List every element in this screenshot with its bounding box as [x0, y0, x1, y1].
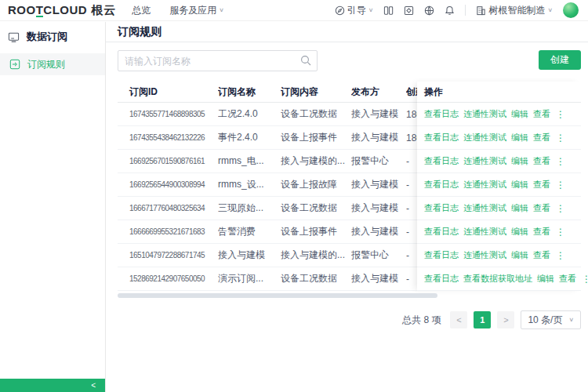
create-button[interactable]: 创建 — [539, 50, 581, 70]
language-button[interactable] — [424, 5, 434, 16]
cell-content: 接入与建模的... — [281, 249, 351, 262]
cell-id: 1674355438462132226 — [118, 133, 218, 142]
cell-publisher: 报警中心 — [351, 154, 406, 168]
ops-row: 查看日志连通性测试编辑查看⋮ — [417, 103, 581, 126]
more-actions-icon[interactable]: ⋮ — [556, 203, 565, 214]
sidebar-group-label: 数据订阅 — [27, 30, 67, 44]
cell-id: 1666717760480325634 — [118, 204, 218, 212]
op-link[interactable]: 编辑 — [511, 226, 528, 238]
title-bar: 订阅规则 — [106, 22, 588, 42]
main-area: 订阅规则 创建 订阅ID 订阅名称 订阅内容 发布方 创建时间 16743557… — [106, 22, 588, 392]
cell-name: 三现原始... — [218, 201, 281, 215]
cell-publisher: 接入与建模 — [351, 272, 406, 285]
more-actions-icon[interactable]: ⋮ — [556, 250, 565, 261]
op-link[interactable]: 查看 — [533, 155, 550, 167]
pagination-page-1[interactable]: 1 — [474, 311, 491, 328]
op-link[interactable]: 查看日志 — [424, 273, 459, 285]
cell-publisher: 接入与建模 — [351, 201, 406, 215]
more-actions-icon[interactable]: ⋮ — [556, 227, 565, 238]
op-link[interactable]: 查看日志 — [424, 202, 459, 214]
cell-content: 设备工况数据 — [281, 107, 351, 121]
op-link[interactable]: 查看 — [559, 273, 576, 285]
op-link[interactable]: 连通性测试 — [463, 202, 506, 214]
top-bar-right: 引导∨ 树根智能制造∨ — [335, 2, 579, 18]
op-link[interactable]: 编辑 — [511, 179, 528, 191]
op-link[interactable]: 查看日志 — [424, 132, 459, 143]
pagination-prev-button[interactable]: < — [450, 311, 467, 328]
op-link[interactable]: 连通性测试 — [463, 249, 506, 261]
more-actions-icon[interactable]: ⋮ — [556, 156, 565, 167]
op-link[interactable]: 查看 — [533, 179, 550, 191]
horizontal-scrollbar — [118, 293, 581, 298]
op-link[interactable]: 编辑 — [511, 108, 528, 120]
nav-overview[interactable]: 总览 — [132, 4, 151, 17]
sidebar-item-subscription-rules[interactable]: 订阅规则 — [0, 53, 105, 75]
more-actions-icon[interactable]: ⋮ — [556, 180, 565, 191]
globe-icon — [424, 5, 434, 16]
op-link[interactable]: 查看日志 — [424, 155, 459, 167]
search-icon[interactable] — [300, 55, 311, 66]
toolbar: 创建 — [118, 50, 581, 72]
cell-publisher: 接入与建模 — [351, 107, 406, 121]
content: 创建 订阅ID 订阅名称 订阅内容 发布方 创建时间 1674355771468… — [106, 42, 588, 329]
cell-name: 接入与建模 — [218, 249, 281, 262]
op-link[interactable]: 查看 — [533, 108, 550, 120]
tenant-switcher[interactable]: 树根智能制造∨ — [476, 4, 553, 17]
op-link[interactable]: 连通性测试 — [463, 155, 506, 167]
sidebar-collapse-button[interactable]: < — [0, 379, 105, 392]
sidebar-item-label: 订阅规则 — [27, 58, 65, 71]
user-avatar[interactable] — [563, 2, 579, 18]
op-link[interactable]: 查看 — [533, 226, 550, 238]
op-link[interactable]: 查看 — [533, 132, 550, 143]
search-box — [118, 50, 318, 71]
op-link[interactable]: 查看 — [533, 249, 550, 261]
col-operations: 操作 — [417, 82, 581, 103]
ops-row: 查看日志查看数据获取地址编辑查看⋮ — [417, 267, 581, 291]
nav-services-apps[interactable]: 服务及应用∨ — [169, 4, 224, 17]
op-link[interactable]: 查看日志 — [424, 249, 459, 261]
op-link[interactable]: 查看 — [533, 202, 550, 214]
col-subscription-id: 订阅ID — [118, 85, 218, 99]
op-link[interactable]: 编辑 — [511, 202, 528, 214]
pagination-next-button[interactable]: > — [497, 311, 514, 328]
op-link[interactable]: 查看日志 — [424, 179, 459, 191]
top-nav: 总览 服务及应用∨ — [132, 4, 224, 17]
ops-body: 查看日志连通性测试编辑查看⋮查看日志连通性测试编辑查看⋮查看日志连通性测试编辑查… — [417, 103, 581, 291]
guide-menu[interactable]: 引导∨ — [335, 4, 374, 17]
cell-id: 1651047972288671745 — [118, 251, 218, 260]
op-link[interactable]: 连通性测试 — [463, 108, 506, 120]
notifications-button[interactable] — [445, 5, 455, 16]
op-link[interactable]: 连通性测试 — [463, 132, 506, 143]
pagination: 总共 8 项 < 1 > 10 条/页 ∨ — [118, 310, 581, 329]
search-input[interactable] — [118, 50, 318, 71]
cell-id: 1666669955321671683 — [118, 227, 218, 236]
op-link[interactable]: 编辑 — [511, 249, 528, 261]
cell-content: 设备工况数据 — [281, 201, 351, 215]
op-link[interactable]: 连通性测试 — [463, 226, 506, 238]
cell-content: 设备工况数据 — [281, 272, 351, 285]
subscription-table: 订阅ID 订阅名称 订阅内容 发布方 创建时间 1674355771468898… — [118, 82, 581, 291]
cell-name: 告警消费 — [218, 225, 281, 238]
page-size-select[interactable]: 10 条/页 ∨ — [521, 310, 581, 329]
sidebar-group-data-subscription[interactable]: 数据订阅 — [0, 25, 105, 49]
cell-id: 1669256544900308994 — [118, 180, 218, 189]
op-link[interactable]: 连通性测试 — [463, 179, 506, 191]
page-title: 订阅规则 — [118, 25, 162, 39]
layout-columns-button[interactable] — [383, 5, 394, 16]
more-actions-icon[interactable]: ⋮ — [556, 132, 565, 143]
op-link[interactable]: 编辑 — [537, 273, 554, 285]
ops-row: 查看日志连通性测试编辑查看⋮ — [417, 220, 581, 244]
workbench-button[interactable] — [404, 5, 414, 16]
op-link[interactable]: 查看数据获取地址 — [463, 273, 532, 285]
cell-name: rmms_电... — [218, 154, 281, 168]
cell-name: 演示订阅... — [218, 272, 281, 285]
op-link[interactable]: 查看日志 — [424, 226, 459, 238]
op-link[interactable]: 编辑 — [511, 155, 528, 167]
cell-publisher: 接入与建模 — [351, 131, 406, 144]
more-actions-icon[interactable]: ⋮ — [582, 274, 588, 285]
op-link[interactable]: 编辑 — [511, 132, 528, 143]
more-actions-icon[interactable]: ⋮ — [556, 109, 565, 120]
top-bar: ROOTCLOUD 根云 总览 服务及应用∨ 引导∨ 树根智能制造∨ — [0, 0, 588, 21]
scrollbar-thumb[interactable] — [118, 293, 437, 298]
op-link[interactable]: 查看日志 — [424, 108, 459, 120]
